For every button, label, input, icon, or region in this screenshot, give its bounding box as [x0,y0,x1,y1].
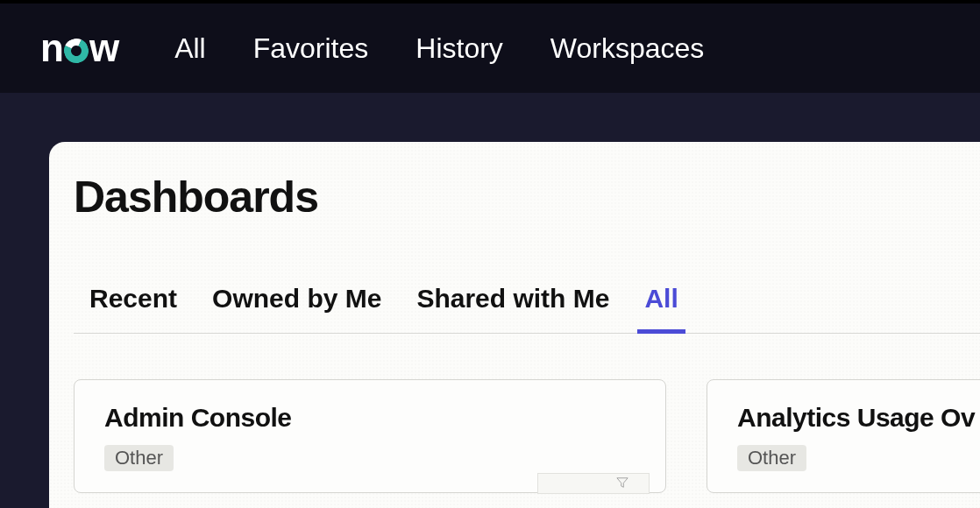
card-filter-box[interactable] [537,473,650,494]
dashboard-card-admin-console[interactable]: Admin Console Other [74,379,666,493]
tab-owned-by-me[interactable]: Owned by Me [212,284,381,333]
tab-recent[interactable]: Recent [89,284,177,333]
content-area: Dashboards Recent Owned by Me Shared wit… [0,93,980,508]
card-title: Admin Console [104,403,636,433]
now-logo[interactable]: n w [40,26,118,70]
logo-text-n: n [40,26,63,70]
logo-o-icon [64,39,89,63]
card-title: Analytics Usage Ov [737,403,956,433]
dashboards-panel: Dashboards Recent Owned by Me Shared wit… [49,142,980,508]
dashboard-cards-row: Admin Console Other Analytics Usage Ov O… [74,379,980,493]
nav-favorites[interactable]: Favorites [253,32,369,65]
dashboard-card-analytics-usage[interactable]: Analytics Usage Ov Other [707,379,980,493]
dashboard-tabs: Recent Owned by Me Shared with Me All [74,284,980,334]
tab-all[interactable]: All [644,284,678,333]
nav-history[interactable]: History [415,32,503,65]
logo-text-w: w [89,26,118,70]
page-title: Dashboards [74,172,980,222]
filter-icon[interactable] [616,476,628,489]
tab-shared-with-me[interactable]: Shared with Me [416,284,609,333]
nav-workspaces[interactable]: Workspaces [550,32,704,65]
card-category-badge: Other [104,445,174,471]
nav-all[interactable]: All [174,32,206,65]
card-category-badge: Other [737,445,806,471]
top-nav-bar: n w All Favorites History Workspaces [0,0,980,93]
